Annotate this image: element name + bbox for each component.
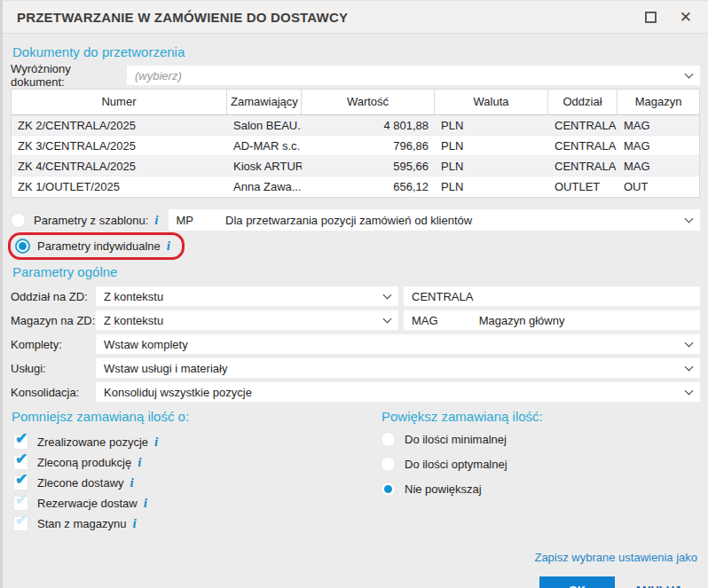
cancel-button[interactable]: ANULUJ [615,583,700,588]
uslugi-select[interactable]: Wstaw usługi i materiały [96,358,700,378]
chevron-down-icon [685,338,694,347]
highlighted-document-label: Wyróżniony dokument: [11,62,127,89]
column-header-zamawiajacy[interactable]: Zamawiający [227,90,302,114]
table-row[interactable]: ZK 4/CENTRALA/2025 Kiosk ARTUR 595,66 PL… [12,156,699,176]
magazyn-select-value: Z kontekstu [104,314,163,327]
save-settings-link[interactable]: Zapisz wybrane ustawienia jako [534,551,697,564]
checkbox-zlecona-produkcje[interactable]: ✔ Zleconą produkcję i [11,452,381,473]
checkbox-stan-z-magazynu[interactable]: ✔ Stan z magazynu i [11,514,381,534]
radio-do-ilosci-minimalnej[interactable]: Do ilości minimalnej [381,432,700,447]
magazyn-name: Magazyn główny [479,314,565,327]
column-header-oddzial[interactable]: Oddział [548,90,618,114]
individual-params-radio[interactable] [15,239,30,254]
info-icon[interactable]: i [144,496,147,511]
title-bar: PRZETWARZANIE W ZAMÓWIENIE DO DOSTAWCY ✕ [3,1,708,34]
increase-section: Powiększ zamawianą ilość: Do ilości mini… [381,409,700,534]
radio-dot [384,485,392,493]
cell-zamawiajacy: Anna Zawa... [227,180,302,193]
close-icon[interactable]: ✕ [680,10,692,25]
table-header-row: Numer Zamawiający Wartość Waluta Oddział… [12,90,699,115]
konsolidacja-select[interactable]: Konsoliduj wszystkie pozycje [96,382,700,402]
template-select[interactable]: MP Dla przetwarzania pozycji zamówień od… [169,209,700,231]
template-params-radio[interactable] [11,213,26,228]
table-body: ZK 2/CENTRALA/2025 Salon BEAU... 4 801,8… [12,115,699,197]
radio-selected-icon [381,482,396,497]
template-value: Dla przetwarzania pozycji zamówień od kl… [225,214,472,227]
konsolidacja-select-value: Konsoliduj wszystkie pozycje [104,386,252,399]
oddzial-select-value: Z kontekstu [104,290,163,303]
info-icon[interactable]: i [132,516,136,531]
save-settings-row: Zapisz wybrane ustawienia jako [11,549,700,565]
cell-oddzial: CENTRALA [548,139,618,153]
chevron-down-icon [685,69,694,78]
komplety-select-value: Wstaw komplety [104,338,188,351]
radio-do-ilosci-optymalnej[interactable]: Do ilości optymalnej [381,457,700,472]
checkbox-checked-icon: ✔ [13,435,28,450]
table-row[interactable]: ZK 2/CENTRALA/2025 Salon BEAU... 4 801,8… [12,115,699,136]
info-icon[interactable]: i [154,435,158,450]
cell-numer: ZK 2/CENTRALA/2025 [12,119,227,132]
cell-numer: ZK 1/OUTLET/2025 [12,180,227,193]
radio-nie-powiekszaj[interactable]: Nie powiększaj [381,482,700,497]
table-row[interactable]: ZK 3/CENTRALA/2025 AD-MAR s.c. 796,86 PL… [12,136,699,156]
checkbox-zrealizowane-pozycje[interactable]: ✔ Zrealizowane pozycje i [11,432,381,452]
processing-dialog: PRZETWARZANIE W ZAMÓWIENIE DO DOSTAWCY ✕… [0,0,708,588]
template-code: MP [177,214,194,227]
table-row[interactable]: ZK 1/OUTLET/2025 Anna Zawa... 656,12 PLN… [12,176,699,197]
cell-numer: ZK 3/CENTRALA/2025 [12,139,227,153]
cell-magazyn: MAG [618,119,699,132]
param-label: Magazyn na ZD: [11,314,96,327]
general-params-header: Parametry ogólne [12,264,700,279]
komplety-select[interactable]: Wstaw komplety [96,334,700,354]
param-row-konsolidacja: Konsolidacja: Konsoliduj wszystkie pozyc… [11,382,700,402]
checkbox-zlecone-dostawy[interactable]: ✔ Zlecone dostawy i [11,473,381,493]
cell-waluta: PLN [435,119,548,132]
magazyn-select[interactable]: Z kontekstu [96,310,398,330]
radio-unselected-icon [381,457,396,472]
highlighted-document-select[interactable]: (wybierz) [127,66,700,85]
cell-waluta: PLN [435,160,548,173]
highlighted-document-placeholder: (wybierz) [135,69,182,82]
chevron-down-icon [383,314,392,323]
decrease-section: Pomniejsz zamawianą ilość o: ✔ Zrealizow… [11,409,381,534]
info-icon[interactable]: i [130,475,134,490]
individual-params-row: Parametry indywidualne i [11,232,700,260]
cell-magazyn: MAG [618,160,699,173]
checkbox-rezerwacje-dostaw[interactable]: ✔ Rezerwacje dostaw i [11,493,381,514]
chevron-down-icon [685,386,694,395]
column-header-numer[interactable]: Numer [12,90,227,114]
window-title: PRZETWARZANIE W ZAMÓWIENIE DO DOSTAWCY [17,10,645,25]
bottom-sections: Pomniejsz zamawianą ilość o: ✔ Zrealizow… [11,409,700,534]
individual-params-label: Parametry indywidualne [37,239,161,253]
cell-wartosc: 796,86 [302,139,435,153]
dialog-buttons: OK ANULUJ [11,576,700,588]
cell-oddzial: CENTRALA [548,160,618,173]
documents-table: Numer Zamawiający Wartość Waluta Oddział… [11,89,700,198]
param-row-oddzial: Oddział na ZD: Z kontekstu CENTRALA [11,286,700,306]
cell-wartosc: 595,66 [302,160,435,173]
checkbox-unchecked-icon: ✔ [13,516,28,531]
decrease-section-header: Pomniejsz zamawianą ilość o: [12,409,381,424]
cell-waluta: PLN [435,139,548,153]
increase-section-header: Powiększ zamawianą ilość: [382,409,700,424]
oddzial-value-field: CENTRALA [404,286,700,306]
info-icon[interactable]: i [138,455,141,470]
column-header-waluta[interactable]: Waluta [435,90,548,114]
chevron-down-icon [685,362,694,371]
radio-unselected-icon [381,432,396,447]
info-icon[interactable]: i [167,239,170,254]
magazyn-value-field: MAG Magazyn główny [404,310,700,330]
info-icon[interactable]: i [154,213,158,228]
param-label: Komplety: [11,338,96,351]
param-label: Konsolidacja: [11,386,96,399]
oddzial-select[interactable]: Z kontekstu [96,286,398,306]
param-row-uslugi: Usługi: Wstaw usługi i materiały [11,358,700,378]
column-header-wartosc[interactable]: Wartość [302,90,435,114]
dialog-content: Dokumenty do przetworzenia Wyróżniony do… [3,44,708,588]
chevron-down-icon [685,214,694,223]
ok-button[interactable]: OK [539,576,615,588]
param-row-komplety: Komplety: Wstaw komplety [11,334,700,354]
cell-oddzial: OUTLET [548,180,618,193]
column-header-magazyn[interactable]: Magazyn [618,90,699,114]
maximize-icon[interactable] [645,12,657,23]
